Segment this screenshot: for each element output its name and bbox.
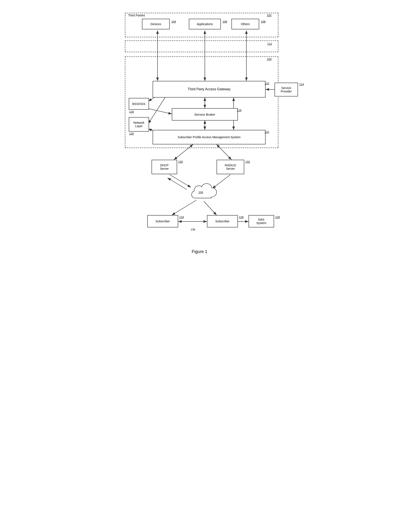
bssoss-label: BSS/OSS bbox=[132, 102, 145, 106]
service-broker-box: Service Broker bbox=[172, 108, 238, 120]
service-broker-ref: 116 bbox=[237, 109, 241, 112]
service-broker-label: Service Broker bbox=[194, 113, 215, 116]
radius-box: RADIUS Server bbox=[217, 160, 244, 174]
devices-label: Devices bbox=[150, 22, 161, 26]
gateway-box: Third Party Access Gateway bbox=[153, 81, 266, 98]
page: Third Parties 102 Devices 104 Applicatio… bbox=[103, 4, 296, 267]
subscriber1-ref: 124 bbox=[179, 215, 184, 219]
others-box: Others bbox=[232, 19, 259, 29]
service-provider-label: Service Provider bbox=[281, 86, 292, 93]
ref-112: 112 bbox=[267, 42, 272, 45]
figure-caption: Figure 1 bbox=[112, 249, 287, 254]
subscriber2-ref: 126 bbox=[239, 215, 244, 219]
devices-box: Devices bbox=[142, 19, 170, 29]
radius-ref: 132 bbox=[245, 160, 250, 163]
network-layer-box: Network Layer bbox=[129, 117, 149, 132]
nas-ref: 128 bbox=[275, 215, 280, 219]
service-provider-box: Service Provider bbox=[275, 83, 298, 96]
ref-136: 136 bbox=[191, 228, 195, 231]
third-parties-label: Third Parties bbox=[128, 14, 145, 17]
spams-ref: 122 bbox=[264, 130, 269, 133]
others-ref: 108 bbox=[261, 20, 266, 23]
network-layer-label: Network Layer bbox=[133, 121, 144, 128]
subscriber2-box: Subscriber bbox=[207, 215, 238, 228]
radius-label: RADIUS Server bbox=[225, 164, 236, 170]
bssoss-ref: 118 bbox=[129, 110, 134, 113]
ref-102: 102 bbox=[267, 14, 271, 17]
dhcp-box: DHCP Server bbox=[152, 160, 177, 174]
service-provider-ref: 114 bbox=[299, 83, 304, 86]
devices-ref: 104 bbox=[171, 20, 176, 23]
network-layer-ref: 120 bbox=[129, 132, 134, 135]
others-label: Others bbox=[241, 22, 250, 26]
svg-line-20 bbox=[204, 201, 217, 215]
cloud-ref: 134 bbox=[199, 191, 203, 194]
dhcp-label: DHCP Server bbox=[160, 164, 169, 170]
gateway-label: Third Party Access Gateway bbox=[188, 87, 231, 91]
applications-ref: 106 bbox=[223, 20, 227, 23]
applications-label: Applications bbox=[197, 22, 213, 26]
spams-box: Subscriber Profile Access Management Sys… bbox=[153, 130, 266, 144]
ref-100: 100 bbox=[267, 57, 271, 61]
gateway-ref: 110 bbox=[264, 82, 269, 85]
spams-label: Subscriber Profile Access Management Sys… bbox=[178, 135, 241, 139]
nas-label: NAS System bbox=[256, 218, 266, 225]
bssoss-box: BSS/OSS bbox=[129, 98, 149, 110]
subscriber1-label: Subscriber bbox=[156, 220, 170, 223]
dhcp-ref: 130 bbox=[178, 160, 183, 163]
subscriber2-label: Subscriber bbox=[215, 220, 230, 223]
svg-line-19 bbox=[172, 200, 196, 215]
api-layer-box bbox=[125, 40, 278, 52]
subscriber1-box: Subscriber bbox=[147, 215, 178, 228]
nas-box: NAS System bbox=[249, 215, 274, 228]
applications-box: Applications bbox=[189, 19, 221, 29]
figure-title: Figure 1 bbox=[192, 249, 207, 254]
diagram: Third Parties 102 Devices 104 Applicatio… bbox=[112, 11, 287, 245]
